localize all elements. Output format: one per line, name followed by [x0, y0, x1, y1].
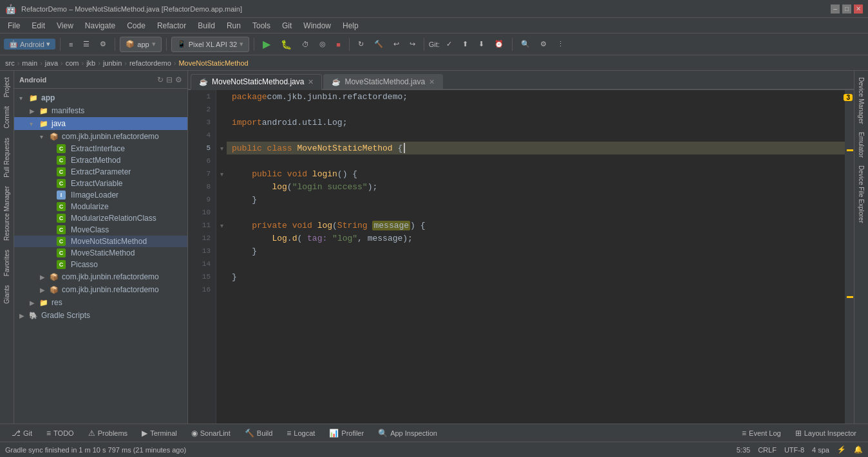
menu-help[interactable]: Help — [337, 20, 364, 32]
bottom-tab-inspection[interactable]: 🔍 App Inspection — [372, 426, 444, 440]
sidebar-tools[interactable]: ↻ ⊟ ⚙ — [157, 75, 182, 84]
tree-item-picasso[interactable]: C Picasso — [14, 259, 187, 270]
more-options-button[interactable]: ⋮ — [553, 36, 568, 53]
menu-code[interactable]: Code — [122, 20, 151, 32]
menu-git[interactable]: Git — [277, 20, 297, 32]
menu-build[interactable]: Build — [193, 20, 220, 32]
tree-item-manifests[interactable]: ▶ 📁 manifests — [14, 104, 187, 117]
tree-item-modularize[interactable]: C Modularize — [14, 201, 187, 212]
device-selector[interactable]: 📱 Pixel XL API 32 ▾ — [171, 37, 249, 52]
tree-item-move-class[interactable]: C MoveClass — [14, 224, 187, 236]
build-button[interactable]: 🔨 — [370, 36, 387, 53]
fold-btn-class[interactable]: ▾ — [216, 142, 227, 154]
profile-button[interactable]: ⏱ — [298, 36, 313, 53]
code-editor[interactable]: package com.jkb.junbin.refactordemo; imp… — [227, 90, 845, 424]
breadcrumb-refactordemo[interactable]: refactordemo — [129, 59, 171, 67]
git-check[interactable]: ✓ — [442, 36, 456, 53]
breadcrumb-src[interactable]: src — [5, 59, 15, 67]
bottom-tab-problems[interactable]: ⚠ Problems — [82, 426, 134, 440]
stop-button[interactable]: ■ — [332, 36, 344, 53]
editor[interactable]: 1 2 3 4 5 6 7 8 9 10 11 12 13 14 15 16 — [188, 90, 854, 424]
bottom-tab-build[interactable]: 🔨 Build — [238, 426, 279, 440]
sidebar-sync-btn[interactable]: ↻ — [157, 75, 164, 84]
menu-refactor[interactable]: Refactor — [152, 20, 191, 32]
fold-btn-login[interactable]: ▾ — [216, 167, 227, 180]
sync-button[interactable]: ↻ — [354, 36, 368, 53]
sidebar-collapse-btn[interactable]: ⊟ — [166, 75, 173, 84]
breadcrumb-junbin[interactable]: junbin — [103, 59, 122, 67]
menu-edit[interactable]: Edit — [26, 20, 50, 32]
breadcrumb-jkb[interactable]: jkb — [86, 59, 95, 67]
toolbar-btn-3[interactable]: ⚙ — [96, 36, 110, 53]
tree-item-package-3[interactable]: ▶ 📦 com.jkb.junbin.refactordemo — [14, 283, 187, 296]
tree-item-res[interactable]: ▶ 📁 res — [14, 296, 187, 309]
tree-item-package-main[interactable]: ▾ 📦 com.jkb.junbin.refactordemo — [14, 130, 187, 143]
tree-item-package-2[interactable]: ▶ 📦 com.jkb.junbin.refactordemo — [14, 270, 187, 283]
bottom-tab-profiler[interactable]: 📊 Profiler — [323, 426, 370, 440]
debug-button[interactable]: 🐛 — [277, 36, 296, 53]
tree-item-extract-variable[interactable]: C ExtractVariable — [14, 178, 187, 189]
tree-item-modularize-relation[interactable]: C ModularizeRelationClass — [14, 212, 187, 224]
right-tab-emulator[interactable]: Emulator — [856, 128, 866, 162]
indent[interactable]: 4 spa — [812, 446, 829, 454]
git-pull[interactable]: ⬇ — [475, 36, 488, 53]
bottom-tab-event-log[interactable]: ≡ Event Log — [735, 426, 788, 440]
menu-navigate[interactable]: Navigate — [80, 20, 120, 32]
bottom-tab-git[interactable]: ⎇ Git — [5, 426, 39, 440]
menu-window[interactable]: Window — [298, 20, 336, 32]
charset[interactable]: UTF-8 — [784, 446, 804, 454]
run-config-selector[interactable]: 📦 app ▾ — [120, 37, 161, 52]
menu-view[interactable]: View — [52, 20, 79, 32]
tree-item-extract-parameter[interactable]: C ExtractParameter — [14, 166, 187, 178]
menu-tools[interactable]: Tools — [247, 20, 276, 32]
bottom-tab-logcat[interactable]: ≡ Logcat — [280, 426, 321, 440]
tree-item-java[interactable]: ▾ 📁 java — [14, 117, 187, 130]
toolbar-btn-2[interactable]: ☰ — [79, 36, 93, 53]
redo-button[interactable]: ↪ — [406, 36, 419, 53]
cursor-position[interactable]: 5:35 — [737, 446, 750, 454]
right-tab-device-manager[interactable]: Device Manager — [856, 73, 866, 128]
tree-item-move-static[interactable]: C MoveStaticMethod — [14, 247, 187, 259]
left-tab-resource-manager[interactable]: Resource Manager — [2, 182, 12, 245]
tree-item-gradle-scripts[interactable]: ▶ 🐘 Gradle Scripts — [14, 309, 187, 322]
fold-btn-log[interactable]: ▾ — [216, 219, 227, 232]
run-button[interactable]: ▶ — [259, 36, 274, 53]
android-selector[interactable]: 🤖 Android ▾ — [4, 39, 55, 50]
tab-move-static[interactable]: ☕ MoveStaticMethod.java ✕ — [323, 74, 443, 89]
tree-item-app[interactable]: ▾ 📁 app — [14, 91, 187, 104]
menu-file[interactable]: File — [3, 20, 25, 32]
breadcrumb-main[interactable]: main — [22, 59, 37, 67]
tab-move-not-static[interactable]: ☕ MoveNotStaticMethod.java ✕ — [191, 74, 322, 90]
bottom-tab-sonarlint[interactable]: ◉ SonarLint — [185, 426, 237, 440]
window-controls[interactable]: – □ ✕ — [831, 5, 863, 14]
bottom-tab-terminal[interactable]: ▶ Terminal — [135, 426, 184, 440]
tree-item-iimageloader[interactable]: I IImageLoader — [14, 189, 187, 201]
left-tab-favorites[interactable]: Favorites — [2, 246, 12, 280]
left-tab-commit[interactable]: Commit — [2, 102, 12, 132]
left-tab-giants[interactable]: Giants — [2, 281, 12, 308]
git-history[interactable]: ⏰ — [491, 36, 507, 53]
line-ending[interactable]: CRLF — [758, 446, 777, 454]
toolbar-btn-1[interactable]: ≡ — [65, 36, 77, 53]
bottom-tab-todo[interactable]: ≡ TODO — [40, 426, 80, 440]
undo-button[interactable]: ↩ — [390, 36, 403, 53]
menu-run[interactable]: Run — [222, 20, 246, 32]
close-button[interactable]: ✕ — [854, 5, 863, 14]
tree-item-extract-method[interactable]: C ExtractMethod — [14, 154, 187, 166]
tree-item-move-not-static[interactable]: C MoveNotStaticMethod — [14, 236, 187, 247]
settings-button[interactable]: ⚙ — [536, 36, 551, 53]
maximize-button[interactable]: □ — [842, 5, 851, 14]
git-push[interactable]: ⬆ — [458, 36, 472, 53]
bottom-tab-layout-inspector[interactable]: ⊞ Layout Inspector — [789, 426, 863, 440]
left-tab-pull-requests[interactable]: Pull Requests — [2, 134, 12, 182]
tree-item-extract-interface[interactable]: C ExtractInterface — [14, 143, 187, 154]
tab-close-btn-2[interactable]: ✕ — [429, 78, 435, 86]
breadcrumb-class[interactable]: MoveNotStaticMethod — [178, 59, 248, 67]
sidebar-settings-btn[interactable]: ⚙ — [175, 75, 182, 84]
breadcrumb-com[interactable]: com — [66, 59, 79, 67]
right-tab-device-file-explorer[interactable]: Device File Explorer — [856, 162, 866, 227]
coverage-button[interactable]: ◎ — [316, 36, 330, 53]
search-button[interactable]: 🔍 — [517, 36, 534, 53]
breadcrumb-java[interactable]: java — [45, 59, 58, 67]
tab-close-btn[interactable]: ✕ — [308, 78, 314, 86]
